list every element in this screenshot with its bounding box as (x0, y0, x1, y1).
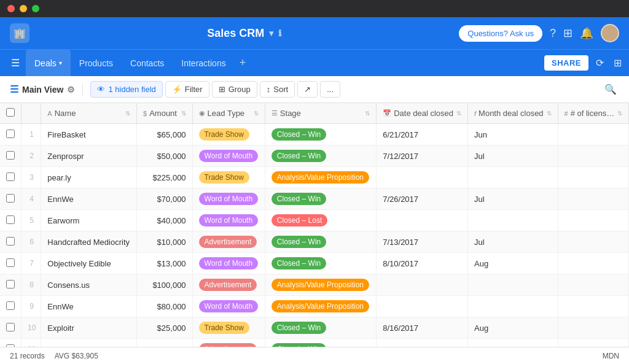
row-monthclosed: Jul (468, 231, 558, 253)
row-stage: Closed – Win (265, 253, 376, 274)
hamburger-menu[interactable]: ☰ (5, 50, 26, 76)
row-number: 6 (21, 231, 41, 253)
row-monthclosed (468, 167, 558, 188)
row-name: FireBasket (41, 124, 137, 145)
row-checkbox[interactable] (0, 339, 21, 347)
row-stage: Closed – Win (265, 145, 376, 167)
nav-item-contacts[interactable]: Contacts (122, 50, 173, 76)
help-icon[interactable]: ? (550, 27, 556, 40)
nav-item-interactions[interactable]: Interactions (173, 50, 234, 76)
col-header-rownum (21, 103, 41, 124)
row-licenses (558, 339, 628, 347)
row-name: Fastidio.us (41, 339, 137, 347)
row-licenses (558, 253, 628, 274)
row-checkbox[interactable] (0, 231, 21, 253)
title-info-icon[interactable]: ℹ (278, 28, 281, 38)
avatar[interactable] (601, 24, 619, 42)
sort-button[interactable]: ↕ Sort (260, 81, 295, 98)
row-checkbox[interactable] (0, 145, 21, 167)
row-monthclosed (468, 274, 558, 296)
questions-button[interactable]: Questions? Ask us (459, 25, 542, 42)
row-stage: Closed – Win (265, 339, 376, 347)
history-icon[interactable]: ⟳ (593, 57, 606, 69)
col-licenses-sort[interactable]: ⇅ (617, 110, 622, 117)
row-stage: Closed – Lost (265, 210, 376, 231)
row-dateclosed: 8/16/2017 (377, 317, 468, 339)
hidden-field-label: 1 hidden field (108, 85, 155, 94)
row-name: EnnWe (41, 296, 137, 317)
row-amount: $80,000 (137, 296, 193, 317)
nav-item-products[interactable]: Products (71, 50, 122, 76)
col-header-licenses[interactable]: ## of licens…⇅ (558, 103, 628, 124)
row-checkbox[interactable] (0, 167, 21, 188)
col-header-stage[interactable]: ☰Stage⇅ (265, 103, 376, 124)
row-name: EnnWe (41, 188, 137, 210)
row-name: Handcrafted Mediocrity (41, 231, 137, 253)
hidden-field-button[interactable]: 👁 1 hidden field (90, 81, 162, 98)
row-leadtype: Word of Mouth (192, 145, 265, 167)
sort-label: Sort (273, 85, 288, 94)
col-amount-icon: $ (143, 110, 147, 117)
table-row: 11 Fastidio.us $40,000 Advertisement Clo… (0, 339, 629, 347)
col-header-checkbox[interactable] (0, 103, 21, 124)
share-button[interactable]: SHARE (544, 55, 588, 71)
search-icon[interactable]: 🔍 (602, 82, 619, 97)
row-checkbox[interactable] (0, 317, 21, 339)
minimize-button[interactable] (20, 5, 27, 12)
col-header-name[interactable]: AName⇅ (41, 103, 137, 124)
grid-icon[interactable]: ⊞ (563, 26, 572, 40)
col-month-sort[interactable]: ⇅ (547, 110, 552, 117)
nav-bar: ☰ Deals ▾ Products Contacts Interactions… (0, 49, 629, 76)
filter-button[interactable]: ⚡ Filter (165, 81, 209, 98)
filter-label: Filter (185, 85, 203, 94)
col-date-sort[interactable]: ⇅ (456, 110, 461, 117)
row-number: 8 (21, 274, 41, 296)
close-button[interactable] (7, 5, 15, 12)
record-count: 21 records (10, 352, 45, 360)
table-row: 8 Consens.us $100,000 Advertisement Anal… (0, 274, 629, 296)
view-toggle-icon[interactable]: ⊞ (611, 57, 624, 69)
col-header-monthclosed[interactable]: fMonth deal closed⇅ (468, 103, 558, 124)
row-checkbox[interactable] (0, 253, 21, 274)
col-header-dateclosed[interactable]: 📅Date deal closed⇅ (377, 103, 468, 124)
row-leadtype: Word of Mouth (192, 296, 265, 317)
more-button[interactable]: ... (320, 81, 340, 98)
app-title-area: Sales CRM ▾ ℹ (207, 27, 281, 40)
row-leadtype: Trade Show (192, 167, 265, 188)
row-monthclosed: Jun (468, 124, 558, 145)
col-stage-sort[interactable]: ⇅ (365, 110, 370, 117)
col-header-amount[interactable]: $Amount⇅ (137, 103, 193, 124)
view-selector[interactable]: ☰ Main View ⚙ (10, 83, 75, 95)
col-month-icon: f (474, 110, 476, 117)
row-monthclosed: Jul (468, 339, 558, 347)
maximize-button[interactable] (32, 5, 39, 12)
row-checkbox[interactable] (0, 296, 21, 317)
col-leadtype-sort[interactable]: ⇅ (254, 110, 259, 117)
nav-item-deals[interactable]: Deals ▾ (26, 50, 71, 76)
nav-share-area: SHARE ⟳ ⊞ (544, 50, 624, 76)
col-amount-sort[interactable]: ⇅ (181, 110, 186, 117)
row-checkbox[interactable] (0, 274, 21, 296)
row-stage: Closed – Win (265, 188, 376, 210)
row-checkbox[interactable] (0, 124, 21, 145)
row-dateclosed: 7/13/2017 (377, 231, 468, 253)
col-stage-icon: ☰ (272, 109, 278, 117)
select-all-checkbox[interactable] (6, 108, 15, 117)
share-view-button[interactable]: ↗ (297, 81, 318, 98)
table-row: 2 Zenprospr $50,000 Word of Mouth Closed… (0, 145, 629, 167)
row-checkbox[interactable] (0, 210, 21, 231)
nav-add-button[interactable]: + (235, 50, 251, 76)
bell-icon[interactable]: 🔔 (580, 26, 593, 40)
group-button[interactable]: ⊞ Group (212, 81, 257, 98)
row-checkbox[interactable] (0, 188, 21, 210)
row-dateclosed (377, 210, 468, 231)
row-stage: Closed – Win (265, 231, 376, 253)
col-header-leadtype[interactable]: ◉Lead Type⇅ (192, 103, 265, 124)
table-row: 7 Objectively Edible $13,000 Word of Mou… (0, 253, 629, 274)
row-stage: Analysis/Value Proposition (265, 274, 376, 296)
view-settings-icon[interactable]: ⚙ (67, 85, 75, 95)
col-licenses-icon: # (565, 110, 568, 117)
group-label: Group (229, 85, 251, 94)
title-dropdown-arrow[interactable]: ▾ (269, 28, 273, 38)
col-name-sort[interactable]: ⇅ (125, 110, 130, 117)
